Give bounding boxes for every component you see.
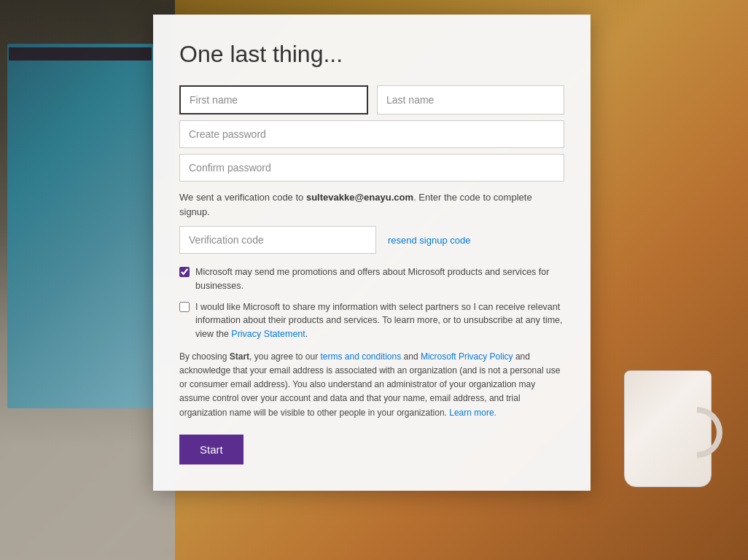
name-row (179, 85, 564, 114)
start-button[interactable]: Start (179, 435, 244, 464)
checkbox-promotions[interactable] (179, 267, 190, 277)
privacy-statement-link[interactable]: Privacy Statement (231, 329, 305, 339)
checkbox-label-2[interactable]: I would like Microsoft to share my infor… (179, 300, 564, 341)
learn-more-link[interactable]: Learn more. (449, 408, 496, 418)
checkbox-2-text: I would like Microsoft to share my infor… (195, 300, 564, 341)
resend-signup-link[interactable]: resend signup code (388, 235, 470, 246)
microsoft-privacy-link[interactable]: Microsoft Privacy Policy (421, 351, 513, 362)
laptop-screen (9, 47, 152, 405)
mug-handle (697, 407, 722, 458)
laptop-background (0, 0, 175, 560)
verification-info: We sent a verification code to sultevakk… (179, 190, 564, 219)
first-name-input[interactable] (179, 85, 368, 114)
checkbox-group-2: I would like Microsoft to share my infor… (179, 300, 564, 341)
create-password-input[interactable] (179, 120, 564, 148)
checkbox-partners[interactable] (179, 302, 190, 312)
confirm-password-group (179, 154, 564, 182)
checkbox-1-text: Microsoft may send me promotions and off… (195, 265, 564, 293)
checkbox-label-1[interactable]: Microsoft may send me promotions and off… (179, 265, 564, 293)
verification-row: resend signup code (179, 226, 564, 254)
checkbox-group-1: Microsoft may send me promotions and off… (179, 265, 564, 293)
confirm-password-input[interactable] (179, 154, 564, 182)
terms-conditions-link[interactable]: terms and conditions (320, 351, 401, 362)
dialog-title: One last thing... (179, 41, 564, 68)
legal-text: By choosing Start, you agree to our term… (179, 350, 564, 420)
verification-code-input[interactable] (179, 226, 376, 254)
mug-decoration (609, 341, 726, 487)
password-group (179, 120, 564, 148)
signup-dialog: One last thing... We sent a verification… (153, 15, 591, 491)
verification-email: sultevakke@enayu.com (306, 192, 413, 203)
last-name-input[interactable] (377, 85, 564, 114)
